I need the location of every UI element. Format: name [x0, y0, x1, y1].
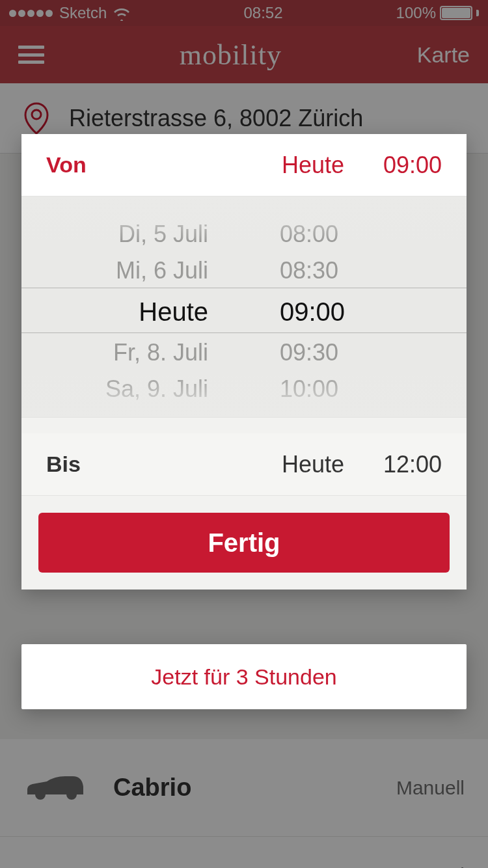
- quick-duration-button[interactable]: Jetzt für 3 Stunden: [21, 644, 467, 709]
- from-label: Von: [46, 152, 87, 178]
- picker-option[interactable]: 09:30: [280, 334, 338, 371]
- done-button[interactable]: Fertig: [38, 513, 450, 573]
- picker-option[interactable]: 08:00: [280, 216, 338, 252]
- done-label: Fertig: [208, 528, 280, 558]
- from-date-value: Heute: [282, 152, 344, 179]
- to-date-value: Heute: [282, 451, 344, 478]
- datetime-picker-modal: Von Heute 09:00 Di, 5 Juli Mi, 6 Juli He…: [21, 134, 467, 590]
- to-label: Bis: [46, 452, 81, 477]
- to-time-value: 12:00: [370, 451, 442, 478]
- picker-option[interactable]: 08:30: [280, 252, 338, 289]
- picker-wheel[interactable]: Di, 5 Juli Mi, 6 Juli Heute Fr, 8. Juli …: [21, 197, 467, 418]
- picker-option[interactable]: Di, 5 Juli: [118, 216, 208, 252]
- picker-option[interactable]: 10:00: [280, 371, 338, 407]
- picker-option[interactable]: Mi, 6 Juli: [116, 252, 208, 289]
- picker-option[interactable]: Fr, 8. Juli: [113, 334, 208, 371]
- picker-option[interactable]: Sa, 9. Juli: [105, 371, 208, 407]
- from-row[interactable]: Von Heute 09:00: [21, 134, 467, 197]
- from-time-value: 09:00: [370, 152, 442, 179]
- quick-duration-label: Jetzt für 3 Stunden: [151, 664, 336, 690]
- to-row[interactable]: Bis Heute 12:00: [21, 433, 467, 496]
